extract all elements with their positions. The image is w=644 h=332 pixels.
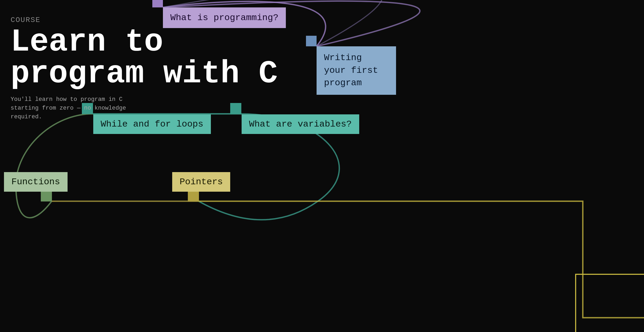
label-functions: Functions — [4, 172, 68, 192]
course-description: You'll learn how to program in C startin… — [11, 95, 148, 121]
course-subtitle: COURSE — [11, 16, 278, 24]
label-pointers: Pointers — [172, 172, 230, 192]
label-writing-first-program: Writing your first program — [317, 46, 396, 95]
page-container: COURSE Learn to program with C You'll le… — [0, 0, 644, 332]
header-section: COURSE Learn to program with C You'll le… — [11, 16, 278, 121]
course-title: Learn to program with C — [11, 26, 278, 90]
bottom-right-box — [575, 274, 644, 332]
